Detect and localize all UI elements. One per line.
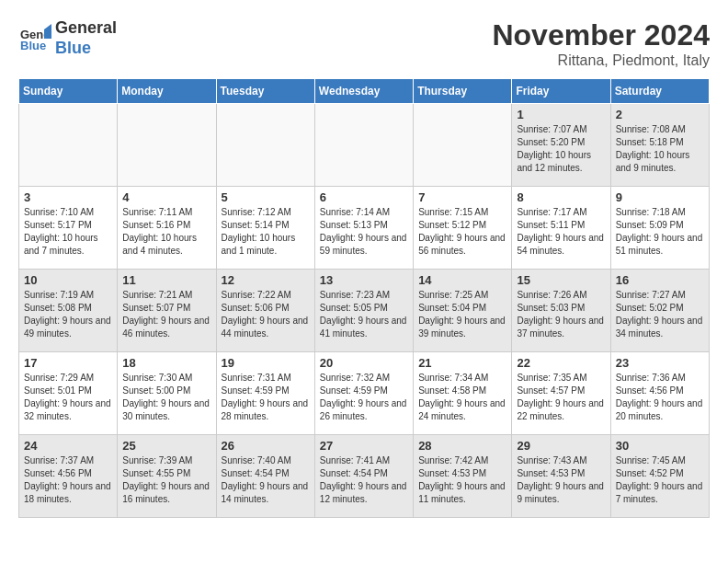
day-info: Sunrise: 7:22 AM Sunset: 5:06 PM Dayligh…: [222, 289, 310, 340]
day-number: 24: [24, 439, 112, 453]
calendar-cell: [314, 104, 413, 187]
day-number: 4: [122, 190, 210, 204]
day-info: Sunrise: 7:11 AM Sunset: 5:16 PM Dayligh…: [122, 206, 210, 258]
day-info: Sunrise: 7:14 AM Sunset: 5:13 PM Dayligh…: [320, 206, 408, 258]
calendar-cell: 6Sunrise: 7:14 AM Sunset: 5:13 PM Daylig…: [314, 187, 413, 270]
svg-text:Blue: Blue: [20, 39, 46, 52]
day-info: Sunrise: 7:40 AM Sunset: 4:54 PM Dayligh…: [222, 454, 310, 506]
day-number: 18: [122, 356, 210, 370]
day-info: Sunrise: 7:23 AM Sunset: 5:05 PM Dayligh…: [320, 289, 408, 340]
day-info: Sunrise: 7:12 AM Sunset: 5:14 PM Dayligh…: [222, 206, 310, 258]
day-number: 21: [418, 356, 506, 370]
calendar-cell: [414, 104, 512, 187]
calendar-cell: 24Sunrise: 7:37 AM Sunset: 4:56 PM Dayli…: [19, 435, 118, 518]
calendar-cell: 25Sunrise: 7:39 AM Sunset: 4:55 PM Dayli…: [118, 435, 216, 518]
day-number: 1: [517, 108, 605, 121]
calendar-cell: 2Sunrise: 7:08 AM Sunset: 5:18 PM Daylig…: [610, 104, 709, 187]
calendar-cell: 15Sunrise: 7:26 AM Sunset: 5:03 PM Dayli…: [512, 270, 610, 352]
day-number: 29: [517, 439, 605, 453]
day-number: 20: [320, 356, 408, 370]
day-info: Sunrise: 7:08 AM Sunset: 5:18 PM Dayligh…: [616, 123, 704, 175]
day-number: 27: [320, 439, 408, 453]
day-info: Sunrise: 7:10 AM Sunset: 5:17 PM Dayligh…: [24, 206, 112, 258]
weekday-header: Sunday: [19, 79, 118, 104]
calendar-cell: 8Sunrise: 7:17 AM Sunset: 5:11 PM Daylig…: [512, 187, 610, 270]
day-number: 6: [320, 190, 408, 204]
calendar-cell: 11Sunrise: 7:21 AM Sunset: 5:07 PM Dayli…: [118, 270, 216, 352]
calendar-cell: 9Sunrise: 7:18 AM Sunset: 5:09 PM Daylig…: [610, 187, 709, 270]
day-number: 16: [616, 273, 704, 287]
day-number: 3: [24, 190, 112, 204]
calendar-cell: 16Sunrise: 7:27 AM Sunset: 5:02 PM Dayli…: [610, 270, 709, 352]
calendar-cell: 27Sunrise: 7:41 AM Sunset: 4:54 PM Dayli…: [314, 435, 413, 518]
calendar-cell: 26Sunrise: 7:40 AM Sunset: 4:54 PM Dayli…: [216, 435, 314, 518]
day-number: 8: [517, 190, 605, 204]
calendar-week-row: 24Sunrise: 7:37 AM Sunset: 4:56 PM Dayli…: [19, 435, 710, 518]
day-info: Sunrise: 7:27 AM Sunset: 5:02 PM Dayligh…: [616, 289, 704, 340]
calendar-cell: 17Sunrise: 7:29 AM Sunset: 5:01 PM Dayli…: [19, 352, 118, 435]
day-number: 14: [418, 273, 506, 287]
day-number: 15: [517, 273, 605, 287]
calendar-cell: [216, 104, 314, 187]
weekday-header: Wednesday: [314, 79, 413, 104]
day-info: Sunrise: 7:39 AM Sunset: 4:55 PM Dayligh…: [122, 454, 210, 506]
calendar-cell: 5Sunrise: 7:12 AM Sunset: 5:14 PM Daylig…: [216, 187, 314, 270]
calendar-cell: 21Sunrise: 7:34 AM Sunset: 4:58 PM Dayli…: [414, 352, 512, 435]
calendar-week-row: 10Sunrise: 7:19 AM Sunset: 5:08 PM Dayli…: [19, 270, 710, 352]
day-info: Sunrise: 7:26 AM Sunset: 5:03 PM Dayligh…: [517, 289, 605, 340]
day-number: 13: [320, 273, 408, 287]
day-info: Sunrise: 7:45 AM Sunset: 4:52 PM Dayligh…: [616, 454, 704, 506]
day-number: 2: [616, 108, 704, 121]
day-number: 12: [222, 273, 310, 287]
day-info: Sunrise: 7:41 AM Sunset: 4:54 PM Dayligh…: [320, 454, 408, 506]
calendar-cell: 10Sunrise: 7:19 AM Sunset: 5:08 PM Dayli…: [19, 270, 118, 352]
logo-line2: Blue: [55, 39, 117, 59]
logo: General Blue General Blue: [18, 18, 117, 58]
day-info: Sunrise: 7:30 AM Sunset: 5:00 PM Dayligh…: [122, 372, 210, 423]
logo-icon: General Blue: [18, 22, 51, 55]
day-number: 10: [24, 273, 112, 287]
svg-marker-2: [44, 24, 51, 39]
day-info: Sunrise: 7:37 AM Sunset: 4:56 PM Dayligh…: [24, 454, 112, 506]
day-info: Sunrise: 7:21 AM Sunset: 5:07 PM Dayligh…: [122, 289, 210, 340]
day-number: 5: [222, 190, 310, 204]
day-info: Sunrise: 7:42 AM Sunset: 4:53 PM Dayligh…: [418, 454, 506, 506]
calendar-cell: 28Sunrise: 7:42 AM Sunset: 4:53 PM Dayli…: [414, 435, 512, 518]
day-info: Sunrise: 7:32 AM Sunset: 4:59 PM Dayligh…: [320, 372, 408, 423]
day-number: 11: [122, 273, 210, 287]
day-info: Sunrise: 7:35 AM Sunset: 4:57 PM Dayligh…: [517, 372, 605, 423]
logo-line1: General: [55, 18, 117, 39]
day-info: Sunrise: 7:07 AM Sunset: 5:20 PM Dayligh…: [517, 123, 605, 175]
day-number: 23: [616, 356, 704, 370]
day-info: Sunrise: 7:18 AM Sunset: 5:09 PM Dayligh…: [616, 206, 704, 258]
day-number: 19: [222, 356, 310, 370]
calendar-cell: 18Sunrise: 7:30 AM Sunset: 5:00 PM Dayli…: [118, 352, 216, 435]
day-info: Sunrise: 7:15 AM Sunset: 5:12 PM Dayligh…: [418, 206, 506, 258]
calendar-cell: [118, 104, 216, 187]
day-info: Sunrise: 7:31 AM Sunset: 4:59 PM Dayligh…: [222, 372, 310, 423]
calendar-cell: [19, 104, 118, 187]
title-block: November 2024 Rittana, Piedmont, Italy: [492, 18, 710, 69]
calendar-cell: 30Sunrise: 7:45 AM Sunset: 4:52 PM Dayli…: [610, 435, 709, 518]
calendar-cell: 3Sunrise: 7:10 AM Sunset: 5:17 PM Daylig…: [19, 187, 118, 270]
calendar-cell: 23Sunrise: 7:36 AM Sunset: 4:56 PM Dayli…: [610, 352, 709, 435]
day-info: Sunrise: 7:17 AM Sunset: 5:11 PM Dayligh…: [517, 206, 605, 258]
day-number: 22: [517, 356, 605, 370]
calendar-cell: 29Sunrise: 7:43 AM Sunset: 4:53 PM Dayli…: [512, 435, 610, 518]
weekday-header: Friday: [512, 79, 610, 104]
calendar-cell: 1Sunrise: 7:07 AM Sunset: 5:20 PM Daylig…: [512, 104, 610, 187]
calendar-cell: 14Sunrise: 7:25 AM Sunset: 5:04 PM Dayli…: [414, 270, 512, 352]
day-info: Sunrise: 7:19 AM Sunset: 5:08 PM Dayligh…: [24, 289, 112, 340]
calendar-week-row: 3Sunrise: 7:10 AM Sunset: 5:17 PM Daylig…: [19, 187, 710, 270]
location: Rittana, Piedmont, Italy: [492, 52, 710, 69]
day-number: 17: [24, 356, 112, 370]
calendar-cell: 22Sunrise: 7:35 AM Sunset: 4:57 PM Dayli…: [512, 352, 610, 435]
day-number: 28: [418, 439, 506, 453]
day-number: 7: [418, 190, 506, 204]
day-info: Sunrise: 7:36 AM Sunset: 4:56 PM Dayligh…: [616, 372, 704, 423]
calendar-cell: 20Sunrise: 7:32 AM Sunset: 4:59 PM Dayli…: [314, 352, 413, 435]
month-title: November 2024: [492, 18, 710, 52]
calendar-week-row: 17Sunrise: 7:29 AM Sunset: 5:01 PM Dayli…: [19, 352, 710, 435]
day-info: Sunrise: 7:43 AM Sunset: 4:53 PM Dayligh…: [517, 454, 605, 506]
calendar-week-row: 1Sunrise: 7:07 AM Sunset: 5:20 PM Daylig…: [19, 104, 710, 187]
